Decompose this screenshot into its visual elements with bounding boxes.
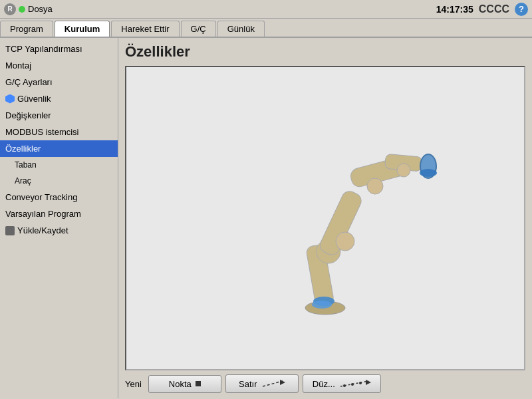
svg-point-11 bbox=[397, 164, 410, 177]
status-dot bbox=[19, 6, 25, 13]
sidebar-item-label: Taban bbox=[15, 160, 37, 170]
app-logo: R bbox=[4, 3, 16, 15]
sidebar-item-label: Değişkenler bbox=[5, 110, 51, 120]
duz-label: Düz... bbox=[313, 379, 335, 389]
svg-marker-14 bbox=[280, 380, 285, 385]
sidebar-item-gc-ayarlari[interactable]: G/Ç Ayarları bbox=[0, 74, 118, 90]
satir-label: Satır bbox=[239, 379, 257, 389]
sidebar-item-label: MODBUS istemcisi bbox=[5, 127, 79, 137]
sidebar-item-label: Montaj bbox=[5, 61, 31, 70]
svg-point-18 bbox=[359, 382, 362, 384]
svg-point-17 bbox=[351, 383, 354, 386]
svg-marker-19 bbox=[366, 380, 371, 385]
tab-gunluk[interactable]: Günlük bbox=[217, 21, 265, 37]
page-title: Özellikler bbox=[125, 43, 525, 61]
sidebar-item-guvenlik[interactable]: Güvenlik bbox=[0, 90, 118, 107]
tabbar: Program Kurulum Hareket Ettir G/Ç Günlük bbox=[0, 19, 532, 38]
tab-program[interactable]: Program bbox=[0, 21, 53, 37]
duz-icon bbox=[339, 378, 371, 389]
sidebar-item-ozellikler[interactable]: Özellikler bbox=[0, 140, 118, 157]
sidebar-item-arac[interactable]: Araç bbox=[0, 173, 118, 189]
sidebar-item-yukle-kaydet[interactable]: Yükle/Kaydet bbox=[0, 222, 118, 239]
shield-icon bbox=[5, 94, 15, 104]
svg-point-9 bbox=[336, 232, 354, 251]
sidebar-item-conveyor[interactable]: Conveyor Tracking bbox=[0, 189, 118, 205]
main-layout: TCP Yapılandırması Montaj G/Ç Ayarları G… bbox=[0, 38, 532, 398]
sidebar-item-label: Yükle/Kaydet bbox=[17, 225, 68, 235]
titlebar-time: 14:17:35 bbox=[436, 4, 473, 15]
sidebar-item-degiskenler[interactable]: Değişkenler bbox=[0, 107, 118, 124]
sidebar-item-label: Varsayılan Program bbox=[5, 209, 81, 219]
svg-point-12 bbox=[312, 301, 332, 309]
save-icon bbox=[5, 226, 15, 235]
nokta-button[interactable]: Nokta bbox=[148, 375, 221, 393]
sidebar-item-montaj[interactable]: Montaj bbox=[0, 57, 118, 74]
sidebar-item-label: Özellikler bbox=[5, 144, 41, 154]
help-button[interactable]: ? bbox=[515, 3, 528, 16]
content-area: Özellikler bbox=[118, 38, 532, 398]
sidebar-item-varsayilan[interactable]: Varsayılan Program bbox=[0, 205, 118, 222]
tab-hareket-ettir[interactable]: Hareket Ettir bbox=[111, 21, 179, 37]
tab-kurulum[interactable]: Kurulum bbox=[55, 21, 110, 37]
robot-display bbox=[125, 66, 525, 370]
duz-button[interactable]: Düz... bbox=[303, 374, 381, 393]
sidebar-item-taban[interactable]: Taban bbox=[0, 157, 118, 173]
satir-icon bbox=[261, 378, 285, 389]
nokta-label: Nokta bbox=[169, 379, 192, 389]
sidebar-item-label: TCP Yapılandırması bbox=[5, 44, 82, 54]
sidebar: TCP Yapılandırması Montaj G/Ç Ayarları G… bbox=[0, 38, 118, 398]
sidebar-item-label: G/Ç Ayarları bbox=[5, 77, 53, 87]
svg-line-13 bbox=[263, 381, 283, 386]
tab-gc[interactable]: G/Ç bbox=[181, 21, 216, 37]
titlebar-cccc: CCCC bbox=[479, 3, 509, 15]
satir-button[interactable]: Satır bbox=[225, 374, 299, 393]
svg-point-8 bbox=[420, 169, 437, 177]
sidebar-item-modbus[interactable]: MODBUS istemcisi bbox=[0, 124, 118, 140]
bottom-toolbar: Yeni Nokta Satır Düz... bbox=[125, 370, 525, 393]
robot-svg bbox=[192, 112, 458, 325]
svg-point-10 bbox=[367, 178, 383, 194]
titlebar-title: Dosya bbox=[28, 4, 436, 14]
sidebar-item-label: Conveyor Tracking bbox=[5, 192, 77, 202]
svg-point-16 bbox=[343, 384, 346, 387]
new-label: Yeni bbox=[125, 379, 142, 389]
titlebar: R Dosya 14:17:35 CCCC ? bbox=[0, 0, 532, 19]
sidebar-item-label: Araç bbox=[15, 176, 31, 186]
nokta-icon bbox=[196, 381, 201, 386]
sidebar-item-label: Güvenlik bbox=[17, 94, 51, 104]
sidebar-item-tcp[interactable]: TCP Yapılandırması bbox=[0, 41, 118, 57]
